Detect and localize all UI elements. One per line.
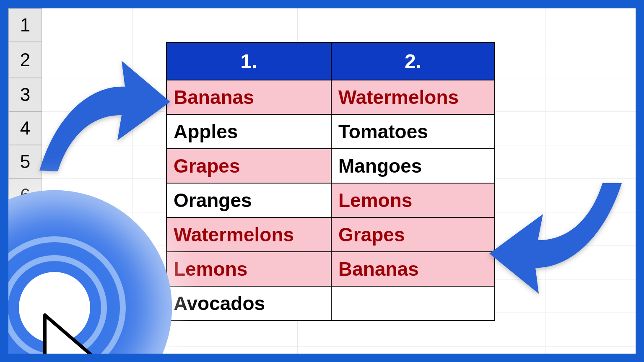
cell-list2-r6[interactable]: Bananas: [331, 252, 495, 286]
cell-list1-r2[interactable]: Apples: [166, 114, 331, 149]
table-row: Grapes Mangoes: [166, 149, 495, 183]
table-header-row: 1. 2.: [166, 42, 495, 80]
table-row: Oranges Lemons: [166, 183, 495, 217]
cell-list2-r5[interactable]: Grapes: [331, 217, 495, 252]
cell-list2-r3[interactable]: Mangoes: [331, 149, 495, 183]
table-row: Lemons Bananas: [166, 252, 495, 286]
thumbnail-frame: 1 2 3 4 5 6: [0, 0, 644, 362]
column-header-2[interactable]: 2.: [331, 42, 495, 80]
curved-arrow-icon: [484, 178, 627, 312]
table-row: Apples Tomatoes: [166, 114, 495, 149]
cell-list1-r4[interactable]: Oranges: [166, 183, 331, 217]
column-header-1[interactable]: 1.: [166, 42, 331, 80]
curved-arrow-icon: [34, 52, 172, 182]
row-header-6[interactable]: 6: [8, 178, 42, 212]
row-header-1[interactable]: 1: [8, 8, 42, 42]
cell-list2-r4[interactable]: Lemons: [331, 183, 495, 217]
cell-list1-r6[interactable]: Lemons: [166, 252, 331, 286]
cell-list2-r1[interactable]: Watermelons: [331, 80, 495, 114]
cell-list2-r7[interactable]: [331, 286, 495, 321]
table-row: Avocados: [166, 286, 495, 321]
cell-list1-r5[interactable]: Watermelons: [166, 217, 331, 252]
cell-list1-r3[interactable]: Grapes: [166, 149, 331, 183]
cell-list1-r1[interactable]: Bananas: [166, 80, 331, 114]
table-row: Bananas Watermelons: [166, 80, 495, 114]
cell-list2-r2[interactable]: Tomatoes: [331, 114, 495, 149]
cell-list1-r7[interactable]: Avocados: [166, 286, 331, 321]
comparison-table: 1. 2. Bananas Watermelons Apples Tomatoe…: [166, 42, 495, 321]
table-row: Watermelons Grapes: [166, 217, 495, 252]
